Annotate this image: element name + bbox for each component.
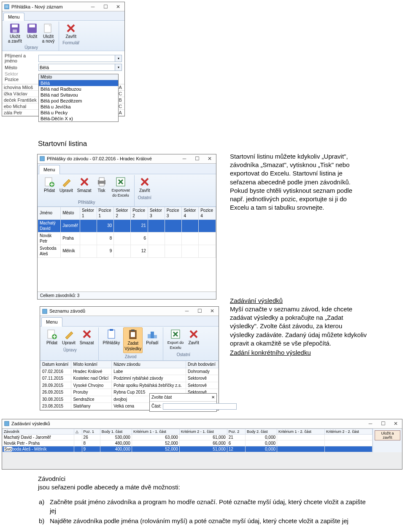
- window-close-icon[interactable]: ✕: [203, 155, 216, 162]
- combo-arrow-icon[interactable]: ▾: [115, 55, 122, 62]
- table-header-row: Datum konání Místo konání Název závodu D…: [40, 361, 219, 368]
- window-max-icon[interactable]: ☐: [193, 308, 206, 314]
- btn-ulozit-zavrit[interactable]: Uložit a zavřít: [7, 22, 23, 44]
- btn-zavrit[interactable]: Zavřít: [187, 327, 200, 351]
- grid: JménoMěsto Sektor 1Pozice 1 Sektor 2Pozi…: [38, 207, 216, 258]
- btn-smazat[interactable]: Smazat: [76, 175, 92, 199]
- window-min-icon[interactable]: ─: [181, 308, 193, 314]
- dropdown-option[interactable]: Bělá u Jevíčka: [39, 104, 118, 110]
- close-icon: [188, 328, 200, 340]
- clipboard-edit-icon: [127, 329, 139, 340]
- window-max-icon[interactable]: ☐: [377, 421, 389, 427]
- list-item: Najděte závodníka podle jména (rolováním…: [50, 517, 367, 525]
- btn-pridat[interactable]: Přidat: [43, 175, 56, 199]
- window-prihlaska: Přihláška - Nový záznam ─ ☐ ✕ Menu Uloži…: [2, 2, 125, 116]
- paragraph: Závodníci jsou seřazeni podle abecedy a …: [38, 475, 367, 492]
- titlebar: Přihláška - Nový záznam ─ ☐ ✕: [2, 2, 124, 11]
- btn-upravit[interactable]: Upravit: [59, 175, 74, 199]
- popup-label: Část:: [151, 403, 161, 410]
- svg-rect-0: [5, 4, 9, 9]
- svg-rect-26: [5, 421, 9, 426]
- table-row[interactable]: Svoboda Aleš - Mělník9400,00052,00051,00…: [3, 446, 373, 452]
- input-mesto[interactable]: [38, 64, 115, 71]
- window-zadavani-vysledku: Zadávání výsledků ─☐✕ Závodník △ Poz. 1 …: [2, 419, 402, 470]
- print-icon: [96, 176, 108, 188]
- excel-icon: [115, 176, 127, 188]
- dropdown-option[interactable]: Bělá: [39, 80, 118, 86]
- lbl-mesto: Město: [5, 65, 38, 70]
- table-row[interactable]: Novák PetrPraha86: [38, 232, 216, 245]
- dropdown-option[interactable]: Bělá-Děčín X x): [39, 116, 118, 122]
- btn-tisk[interactable]: Tisk: [95, 175, 108, 199]
- clipboard-icon: [105, 328, 117, 340]
- lbl-pozice: Pozice: [5, 77, 38, 82]
- heading-zadavani-vysledku: Zadávání výsledků: [230, 297, 283, 304]
- table-row[interactable]: Machatý DavidJaroměř3021: [38, 219, 216, 232]
- svg-rect-11: [99, 178, 104, 181]
- window-min-icon[interactable]: ─: [86, 4, 99, 10]
- dropdown-option[interactable]: Bělá nad Radbuzou: [39, 86, 118, 92]
- heading-startovni-listina: Startovní listina: [38, 139, 367, 149]
- table-row[interactable]: 28.09.2015Vysoké ChvojnoPohár spolku Ryb…: [40, 382, 219, 389]
- table-header-row: JménoMěsto Sektor 1Pozice 1 Sektor 2Pozi…: [38, 207, 216, 219]
- window-close-icon[interactable]: ✕: [389, 421, 402, 427]
- dropdown-option[interactable]: Bělá nad Svitavou: [39, 92, 118, 98]
- save-close-icon: [9, 22, 21, 34]
- save-icon: [26, 22, 38, 34]
- menu-tab[interactable]: Menu: [3, 13, 24, 21]
- window-title: Seznamu závodů: [49, 308, 85, 314]
- app-icon: [42, 308, 48, 314]
- btn-ulozit-novy[interactable]: Uložit a nový: [41, 22, 55, 44]
- window-close-icon[interactable]: ✕: [206, 308, 219, 314]
- btn-smazat[interactable]: Smazat: [79, 327, 95, 347]
- table-row[interactable]: Svoboda AlešMělník912: [38, 245, 216, 257]
- window-min-icon[interactable]: ─: [364, 421, 377, 427]
- svg-rect-23: [148, 334, 151, 338]
- dropdown-option[interactable]: Bělá pod Bezdězem: [39, 98, 118, 104]
- btn-ulozit[interactable]: Uložit: [25, 22, 39, 44]
- svg-rect-7: [40, 157, 45, 161]
- results-grid: Závodník △ Poz. 1 Body 1. část Kritérium…: [2, 429, 373, 452]
- table-row[interactable]: 07.11.2015Kostelec nad OrlicíPodzimní ry…: [40, 375, 219, 382]
- window-max-icon[interactable]: ☐: [191, 155, 203, 162]
- btn-zavrit[interactable]: Zavřít: [138, 175, 151, 194]
- dropdown-header: Město: [39, 74, 118, 80]
- btn-pridat[interactable]: Přidat: [45, 327, 59, 347]
- btn-poradi[interactable]: Pořadí: [145, 327, 159, 353]
- btn-export[interactable]: Export do Excelu: [167, 327, 185, 351]
- table-row[interactable]: 07.02.2016Hradec KrálovéLabeDohromady: [40, 368, 219, 375]
- table-row[interactable]: Machatý David - Jaroměř26530,00063,00061…: [3, 434, 373, 440]
- window-max-icon[interactable]: ☐: [99, 4, 112, 10]
- btn-prihlasky[interactable]: Přihlášky: [102, 327, 121, 353]
- btn-upravit[interactable]: Upravit: [61, 327, 76, 347]
- btn-ulozit-zavrit[interactable]: Uložit a zavřít: [375, 430, 400, 440]
- window-min-icon[interactable]: ─: [178, 155, 191, 162]
- btn-zadat-vysledky[interactable]: Zadat Výsledky: [123, 327, 143, 353]
- popup-input[interactable]: [163, 403, 237, 410]
- window-title: Zadávání výsledků: [11, 421, 50, 426]
- menu-tab[interactable]: Menu: [41, 317, 62, 327]
- svg-rect-5: [29, 24, 35, 27]
- delete-icon: [78, 176, 90, 188]
- footer: Celkem závodníků: 3: [38, 292, 216, 300]
- menu-tab[interactable]: Menu: [39, 165, 60, 174]
- lbl-sektor: Sektor: [5, 71, 38, 76]
- svg-rect-21: [131, 329, 135, 331]
- svg-rect-22: [151, 332, 154, 338]
- document-body: Startovní listina Přihlášky do závodu - …: [0, 118, 405, 416]
- app-icon: [4, 421, 10, 427]
- combo-arrow-icon[interactable]: ▾: [115, 64, 122, 71]
- svg-rect-18: [110, 329, 113, 331]
- btn-zavrit[interactable]: Zavřít: [64, 22, 78, 40]
- table-row[interactable]: Novák Petr - Praha8480,00052,00066,00060…: [3, 440, 373, 446]
- window-close-icon[interactable]: ✕: [112, 4, 124, 10]
- input-prijmeni[interactable]: [38, 55, 115, 62]
- svg-rect-12: [99, 184, 104, 186]
- popup-title: Zvolte část: [151, 394, 172, 400]
- btn-export[interactable]: Exportovat do Excelu: [111, 175, 131, 199]
- dropdown-mesto[interactable]: Město Bělá Bělá nad Radbuzou Bělá nad Sv…: [38, 74, 119, 122]
- paragraph: Myší označte v seznamu závod, kde chcete…: [230, 305, 367, 348]
- dropdown-option[interactable]: Bělá u Pecky: [39, 110, 118, 116]
- window-seznam-zavodu: Seznamu závodů ─☐✕ Menu Přidat Upravit S…: [40, 306, 219, 410]
- popup-close-icon[interactable]: ✕: [211, 394, 215, 400]
